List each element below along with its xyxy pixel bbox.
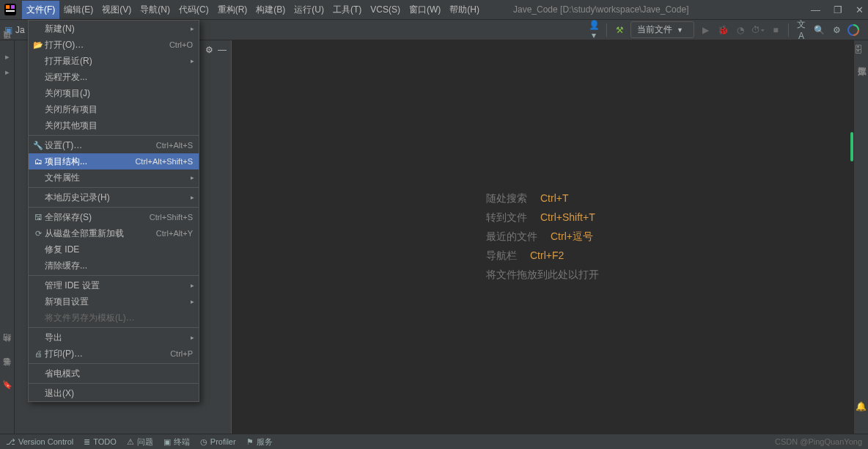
menu-tools[interactable]: 工具(T) (328, 1, 366, 19)
save-icon: 🖫 (32, 213, 45, 222)
menu-file-properties[interactable]: 文件属性▸ (29, 169, 199, 186)
menu-run[interactable]: 运行(U) (290, 1, 328, 19)
chevron-right-icon[interactable]: ▸ (0, 49, 14, 65)
print-icon: 🖨 (32, 349, 45, 358)
menu-refactor[interactable]: 重构(R) (213, 1, 252, 19)
svg-rect-2 (11, 5, 15, 9)
run-config-label: 当前文件 (637, 23, 672, 36)
database-icon[interactable]: 🗄 (854, 40, 868, 55)
menu-view[interactable]: 视图(V) (98, 1, 136, 19)
services-icon: ⚑ (246, 437, 254, 447)
menu-open-recent[interactable]: 打开最近(R)▸ (29, 53, 199, 69)
window-minimize-icon[interactable]: — (811, 4, 820, 15)
menu-close-all[interactable]: 关闭所有项目 (29, 101, 199, 117)
menu-close-other[interactable]: 关闭其他项目 (29, 117, 199, 134)
settings-icon[interactable]: ⚙ (830, 25, 843, 35)
menu-save-all[interactable]: 🖫全部保存(S)Ctrl+Shift+S (29, 209, 199, 225)
menu-local-history[interactable]: 本地历史记录(H)▸ (29, 189, 199, 205)
debug-icon[interactable]: 🐞 (716, 25, 729, 35)
hint-recent-key: Ctrl+逗号 (551, 230, 593, 242)
run-icon[interactable]: ▶ (699, 25, 712, 35)
folder-open-icon: 📂 (32, 40, 45, 50)
proj-hide-icon[interactable]: — (218, 45, 227, 55)
toolwin-structure[interactable]: 结构 (0, 344, 14, 353)
folder-icon: ▣ (4, 25, 12, 35)
menu-clear-cache[interactable]: 清除缓存... (29, 258, 199, 274)
toolwin-project[interactable]: 项目 (0, 40, 14, 49)
gutter-indicator (850, 132, 853, 161)
watermark: CSDN @PingQuanYong (775, 437, 862, 446)
chevron-down-icon: ▼ (677, 26, 683, 34)
menu-settings[interactable]: 🔧设置(T)…Ctrl+Alt+S (29, 137, 199, 153)
status-todo[interactable]: ≣TODO (84, 437, 117, 447)
menu-print[interactable]: 🖨打印(P)…Ctrl+P (29, 346, 199, 362)
menu-edit[interactable]: 编辑(E) (59, 1, 98, 19)
hint-gotofile-key: Ctrl+Shift+T (540, 211, 595, 223)
toolwin-bookmarks[interactable]: 书签 (0, 368, 14, 377)
menu-close-project[interactable]: 关闭项目(J) (29, 85, 199, 101)
left-tool-strip: 项目 ▸ ▸ 结构 ⧉ 书签 🔖 (0, 40, 15, 434)
menu-repair-ide[interactable]: 修复 IDE (29, 241, 199, 258)
reload-icon: ⟳ (32, 229, 45, 238)
build-icon[interactable]: ⚒ (613, 25, 626, 35)
status-vcs[interactable]: ⎇Version Control (6, 437, 73, 447)
menu-new[interactable]: 新建(N)▸ (29, 21, 199, 37)
stop-icon[interactable]: ■ (769, 25, 782, 35)
app-icon (4, 4, 16, 15)
status-terminal[interactable]: ▣终端 (163, 437, 190, 448)
window-close-icon[interactable]: ✕ (856, 4, 864, 15)
menu-build[interactable]: 构建(B) (251, 1, 290, 19)
menu-manage-ide[interactable]: 管理 IDE 设置▸ (29, 277, 199, 293)
editor-empty-state: 随处搜索Ctrl+T 转到文件Ctrl+Shift+T 最近的文件Ctrl+逗号… (232, 40, 853, 434)
status-profiler[interactable]: ◷Profiler (200, 437, 236, 447)
branch-icon: ⎇ (6, 437, 15, 447)
project-label: Ja (15, 25, 25, 35)
hint-gotofile-label: 转到文件 (486, 211, 527, 223)
menu-save-as-template: 将文件另存为模板(L)… (29, 310, 199, 326)
wrench-icon: 🔧 (32, 141, 45, 150)
menu-power-save[interactable]: 省电模式 (29, 365, 199, 382)
window-maximize-icon[interactable]: ❐ (834, 4, 842, 15)
plugin-icon[interactable] (847, 24, 861, 36)
menu-window[interactable]: 窗口(W) (405, 1, 445, 19)
search-icon[interactable]: 🔍 (812, 25, 825, 35)
toolwin-database[interactable]: 数据库 (854, 55, 868, 64)
hint-recent-label: 最近的文件 (486, 230, 537, 242)
coverage-icon[interactable]: ◔ (734, 25, 747, 35)
chevron-right-icon[interactable]: ▸ (0, 65, 14, 80)
profile-icon[interactable]: ⏱▾ (751, 25, 765, 35)
hint-search-label: 随处搜索 (486, 192, 527, 204)
hint-drop: 将文件拖放到此处以打开 (486, 269, 599, 282)
proj-settings-icon[interactable]: ⚙ (205, 45, 213, 55)
svg-rect-1 (6, 5, 10, 9)
run-config-selector[interactable]: 当前文件 ▼ (630, 21, 694, 38)
bookmark-icon[interactable]: 🔖 (0, 377, 14, 393)
structure-icon[interactable]: ⧉ (0, 353, 14, 368)
hint-navbar-label: 导航栏 (486, 249, 517, 261)
menu-exit[interactable]: 退出(X) (29, 385, 199, 401)
profiler-icon: ◷ (200, 437, 207, 447)
menu-bar: 文件(F) 编辑(E) 视图(V) 导航(N) 代码(C) 重构(R) 构建(B… (0, 0, 868, 20)
hint-search-key: Ctrl+T (540, 192, 569, 204)
menu-reload[interactable]: ⟳从磁盘全部重新加载Ctrl+Alt+Y (29, 225, 199, 241)
window-title: Jave_Code [D:\study\workspace\Jave_Code] (513, 4, 688, 15)
menu-new-project-settings[interactable]: 新项目设置▸ (29, 293, 199, 310)
menu-help[interactable]: 帮助(H) (445, 1, 484, 19)
toolwin-notifications[interactable]: 通知 (854, 422, 868, 431)
svg-rect-3 (6, 10, 15, 12)
menu-navigate[interactable]: 导航(N) (136, 1, 174, 19)
status-services[interactable]: ⚑服务 (246, 437, 273, 448)
menu-file[interactable]: 文件(F) (22, 1, 59, 19)
list-icon: ≣ (84, 437, 90, 447)
menu-export[interactable]: 导出▸ (29, 329, 199, 346)
menu-open[interactable]: 📂打开(O)…Ctrl+O (29, 37, 199, 53)
notifications-icon[interactable]: 🔔 (854, 401, 868, 412)
menu-remote-dev[interactable]: 远程开发... (29, 69, 199, 85)
menu-project-structure[interactable]: 🗂项目结构...Ctrl+Alt+Shift+S (29, 153, 199, 169)
user-icon[interactable]: 👤▾ (587, 20, 600, 40)
menu-code[interactable]: 代码(C) (174, 1, 213, 19)
menu-vcs[interactable]: VCS(S) (366, 1, 405, 18)
status-problems[interactable]: ⚠问题 (127, 437, 153, 448)
warning-icon: ⚠ (127, 437, 134, 447)
translate-icon[interactable]: 文A (795, 18, 808, 41)
